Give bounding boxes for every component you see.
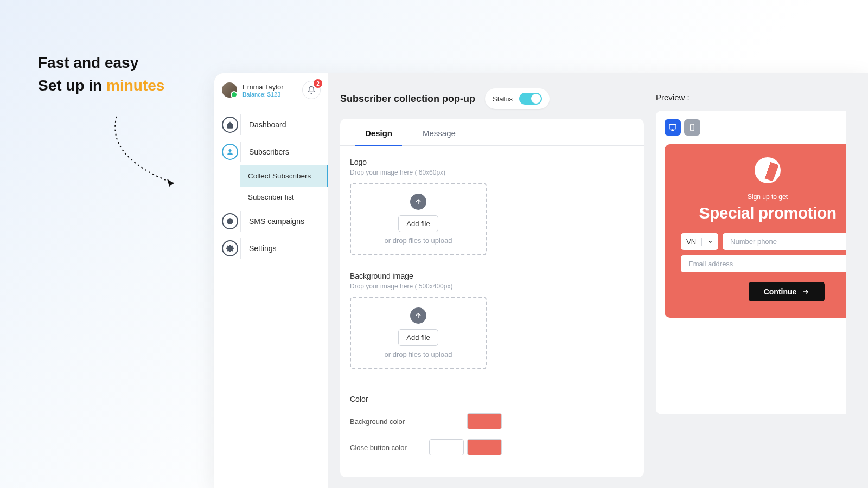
- mobile-icon: [688, 123, 697, 132]
- color-section-title: Color: [350, 386, 634, 403]
- preview-box: Sign up to get Special promotion VN Numb…: [656, 111, 846, 414]
- design-panel: Design Message Logo Drop your image here…: [340, 119, 644, 477]
- nav-sms-campaigns[interactable]: SMS campaigns: [214, 208, 328, 235]
- desktop-icon: [668, 123, 677, 132]
- nav-dashboard[interactable]: Dashboard: [214, 111, 328, 138]
- main-content: Subscriber collection pop-up Status Desi…: [328, 73, 868, 488]
- bg-color-row: Background color: [350, 413, 502, 429]
- nav: Dashboard Subscribers Collect Subscriber…: [214, 111, 328, 262]
- bg-dropzone[interactable]: Add file or drop files to upload: [350, 297, 487, 369]
- chat-icon: [222, 213, 238, 229]
- bell-icon: [307, 86, 316, 94]
- svg-rect-4: [691, 124, 694, 131]
- app-window: Emma Taylor Balance: $123 2 Dashboard Su…: [214, 73, 868, 488]
- bg-image-field: Background image Drop your image here ( …: [350, 272, 634, 369]
- popup-preview: Sign up to get Special promotion VN Numb…: [665, 144, 846, 318]
- page-header: Subscriber collection pop-up Status: [340, 88, 644, 109]
- chevron-down-icon: [707, 239, 713, 245]
- nav-collect-subscribers[interactable]: Collect Subscribers: [240, 165, 328, 187]
- preview-desktop-button[interactable]: [665, 119, 681, 136]
- gear-icon: [222, 240, 238, 256]
- continue-button[interactable]: Continue: [749, 282, 825, 301]
- country-select[interactable]: VN: [681, 233, 718, 250]
- logo-field: Logo Drop your image here ( 60x60px) Add…: [350, 158, 634, 255]
- upload-icon: [410, 194, 426, 210]
- close-color-swatch-2[interactable]: [467, 439, 502, 455]
- preview-mobile-button[interactable]: [684, 119, 700, 136]
- close-color-row: Close button color: [350, 439, 502, 455]
- notifications-button[interactable]: 2: [302, 81, 321, 99]
- status-toggle[interactable]: [519, 93, 542, 105]
- bg-add-file-button[interactable]: Add file: [398, 329, 438, 346]
- user-icon: [222, 144, 238, 160]
- logo-add-file-button[interactable]: Add file: [398, 215, 438, 232]
- notification-badge: 2: [314, 79, 322, 88]
- headline-line2: Set up in minutes: [38, 77, 164, 94]
- profile-balance: Balance: $123: [242, 91, 302, 98]
- profile-name: Emma Taylor: [242, 83, 302, 91]
- headline-line1: Fast and easy: [38, 54, 164, 72]
- upload-icon: [410, 307, 426, 324]
- bg-label: Background image: [350, 272, 634, 280]
- nav-subscriber-list[interactable]: Subscriber list: [240, 187, 328, 208]
- phone-input[interactable]: Number phone: [723, 233, 846, 250]
- home-icon: [222, 117, 238, 133]
- arrow-right-icon: [802, 288, 809, 296]
- logo-dropzone[interactable]: Add file or drop files to upload: [350, 183, 487, 255]
- bg-hint: Drop your image here ( 500x400px): [350, 282, 634, 290]
- preview-label: Preview :: [656, 93, 846, 102]
- sidebar: Emma Taylor Balance: $123 2 Dashboard Su…: [214, 73, 328, 488]
- logo-label: Logo: [350, 158, 634, 166]
- status-label: Status: [493, 95, 513, 103]
- bg-color-swatch[interactable]: [467, 413, 502, 429]
- dotted-arrow-icon: [108, 114, 190, 195]
- svg-point-0: [229, 149, 232, 152]
- status-pill: Status: [485, 88, 550, 109]
- close-color-swatch-1[interactable]: [429, 439, 464, 455]
- logo-hint: Drop your image here ( 60x60px): [350, 169, 634, 176]
- tabs: Design Message: [340, 119, 644, 146]
- popup-title: Special promotion: [681, 204, 846, 222]
- email-input[interactable]: Email address: [681, 255, 846, 272]
- avatar[interactable]: [222, 82, 237, 98]
- page-title: Subscriber collection pop-up: [340, 93, 475, 105]
- popup-subheading: Sign up to get: [681, 193, 846, 201]
- nav-subscribers[interactable]: Subscribers: [214, 138, 328, 165]
- profile-block: Emma Taylor Balance: $123 2: [214, 81, 328, 99]
- popup-logo-icon: [755, 157, 781, 183]
- tab-design[interactable]: Design: [350, 119, 407, 145]
- tab-message[interactable]: Message: [407, 119, 471, 145]
- preview-column: Preview : Sign up to get Special promoti…: [656, 88, 846, 488]
- marketing-headline: Fast and easy Set up in minutes: [38, 54, 164, 94]
- svg-rect-3: [669, 125, 676, 129]
- nav-settings[interactable]: Settings: [214, 235, 328, 262]
